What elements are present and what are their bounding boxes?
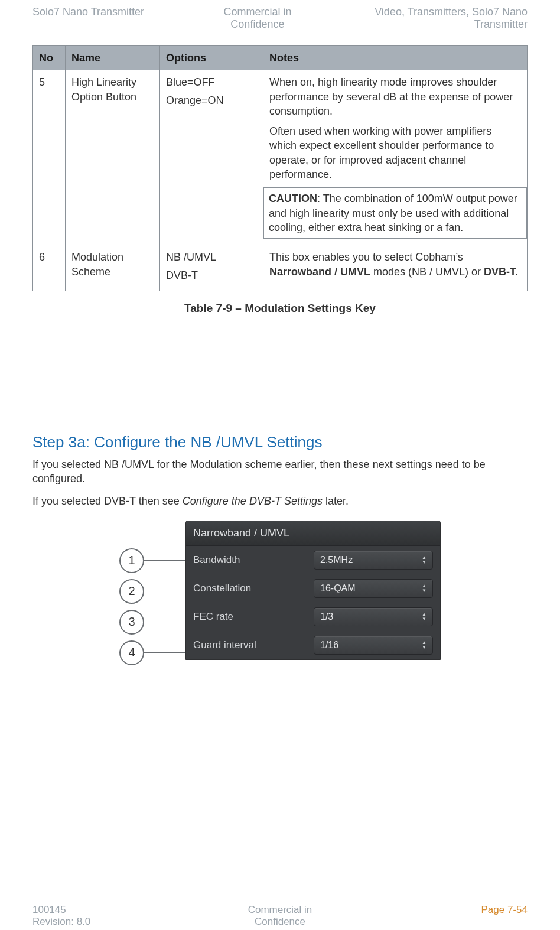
panel-title: Narrowband / UMVL [186,521,440,546]
footer-mid-line1: Commercial in [248,904,312,915]
cell-options: Blue=OFF Orange=ON [160,70,263,245]
option-blue: Blue=OFF [166,75,257,89]
caution-label: CAUTION [269,193,317,204]
note-paragraph: When on, high linearity mode improves sh… [269,75,521,118]
p2-post: later. [323,495,349,507]
panel-row-bandwidth: Bandwidth 2.5MHz ▲▼ [186,546,440,574]
panel-row-constellation: Constellation 16-QAM ▲▼ [186,574,440,603]
callout-number: 3 [119,610,144,635]
callout-row: 3 [119,607,185,638]
nb-umvl-panel: Narrowband / UMVL Bandwidth 2.5MHz ▲▼ Co… [185,521,441,660]
cell-notes: When on, high linearity mode improves sh… [263,70,528,245]
step-heading: Step 3a: Configure the NB /UMVL Settings [32,433,528,451]
footer-right: Page 7-54 [363,904,528,928]
footer-docnum: 100145 [32,904,66,915]
th-notes: Notes [263,46,528,70]
panel-label: Bandwidth [193,554,314,566]
figure-callouts: 1 2 3 4 [119,545,185,668]
callout-row: 2 [119,576,185,607]
footer-mid: Commercial in Confidence [197,904,362,928]
constellation-select[interactable]: 16-QAM ▲▼ [314,579,433,598]
footer-divider [32,900,528,900]
updown-icon: ▲▼ [422,584,426,593]
fec-rate-select[interactable]: 1/3 ▲▼ [314,607,433,626]
select-value: 1/16 [320,640,338,651]
updown-icon: ▲▼ [422,640,426,650]
updown-icon: ▲▼ [422,612,426,622]
callout-line [144,591,185,591]
panel-label: Guard interval [193,639,314,651]
p2-ital: Configure the DVB-T Settings [183,495,323,507]
cell-no: 5 [33,70,66,245]
header-mid-line2: Confidence [230,18,284,30]
note-mid: modes (NB / UMVL) or [370,266,484,278]
callout-line [144,622,185,622]
callout-line [144,560,185,561]
bandwidth-select[interactable]: 2.5MHz ▲▼ [314,551,433,570]
header-mid: Commercial in Confidence [183,6,333,31]
table-row: 5 High Linearity Option Button Blue=OFF … [33,70,528,245]
panel-row-guard-interval: Guard interval 1/16 ▲▼ [186,631,440,659]
option-dvbt: DVB-T [166,268,257,282]
note-bold2: DVB-T. [484,266,518,278]
cell-name: High Linearity Option Button [66,70,160,245]
header-divider [32,37,528,37]
cell-options: NB /UMVL DVB-T [160,245,263,291]
callout-row: 1 [119,545,185,576]
select-value: 2.5MHz [320,555,353,565]
note-bold1: Narrowband / UMVL [269,266,370,278]
guard-interval-select[interactable]: 1/16 ▲▼ [314,636,433,655]
cell-no: 6 [33,245,66,291]
option-orange: Orange=ON [166,93,257,108]
step-paragraph: If you selected NB /UMVL for the Modulat… [32,457,528,486]
note-paragraph: Often used when working with power ampli… [269,124,521,181]
nb-umvl-figure: 1 2 3 4 Narrowband / UMVL Bandwidth 2.5M [32,521,528,668]
header-left: Solo7 Nano Transmitter [32,6,183,31]
th-name: Name [66,46,160,70]
callout-number: 4 [119,640,144,665]
callout-line [144,652,185,653]
callout-row: 4 [119,638,185,668]
select-value: 16-QAM [320,583,356,594]
cell-notes: This box enables you to select Cobham’s … [263,245,528,291]
header-right: Video, Transmitters, Solo7 Nano Transmit… [333,6,528,31]
footer-left: 100145 Revision: 8.0 [32,904,197,928]
callout-number: 2 [119,579,144,604]
select-value: 1/3 [320,612,333,622]
table-row: 6 Modulation Scheme NB /UMVL DVB-T This … [33,245,528,291]
callout-number: 1 [119,548,144,573]
panel-label: FEC rate [193,611,314,623]
updown-icon: ▲▼ [422,555,426,565]
option-nbumvl: NB /UMVL [166,250,257,264]
cell-name: Modulation Scheme [66,245,160,291]
footer-page: Page 7-54 [481,904,528,915]
footer-mid-line2: Confidence [255,916,305,927]
p2-pre: If you selected DVB-T then see [32,495,183,507]
th-no: No [33,46,66,70]
header-right-line1: Video, Transmitters, Solo7 Nano [375,6,528,18]
modulation-settings-table: No Name Options Notes 5 High Linearity O… [32,45,528,291]
panel-row-fec-rate: FEC rate 1/3 ▲▼ [186,603,440,631]
step-paragraph: If you selected DVB-T then see Configure… [32,494,528,508]
page-top-header: Solo7 Nano Transmitter Commercial in Con… [32,6,528,31]
panel-label: Constellation [193,583,314,594]
header-mid-line1: Commercial in [223,6,291,18]
caution-box: CAUTION: The combination of 100mW output… [263,187,527,239]
th-options: Options [160,46,263,70]
footer-revision: Revision: 8.0 [32,916,90,927]
header-right-line2: Transmitter [474,18,528,30]
page-footer: 100145 Revision: 8.0 Commercial in Confi… [32,898,528,928]
table-caption: Table 7-9 – Modulation Settings Key [32,302,528,315]
note-pre: This box enables you to select Cobham’s [269,251,463,263]
